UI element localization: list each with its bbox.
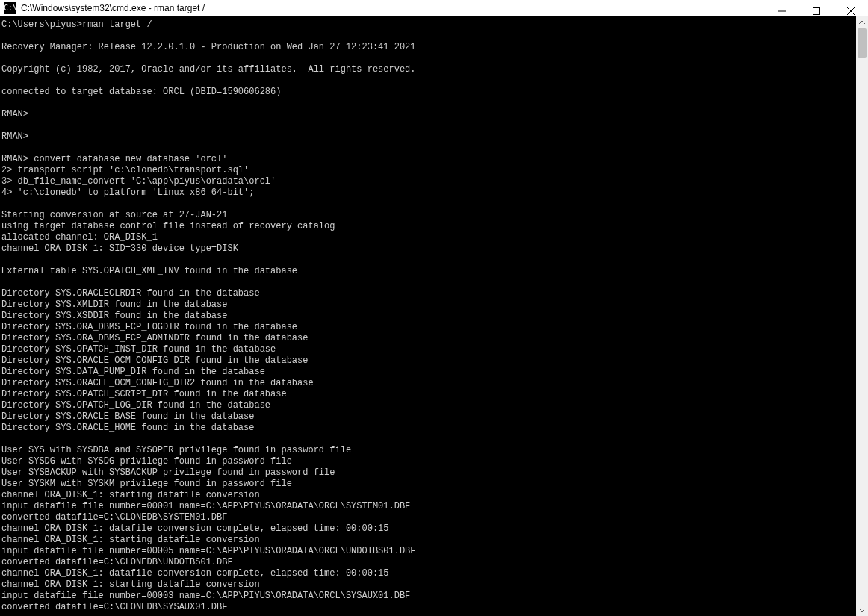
titlebar[interactable]: C:\ C:\Windows\system32\cmd.exe - rman t…: [0, 0, 868, 16]
close-icon: [847, 7, 855, 15]
maximize-icon: [813, 7, 820, 15]
cmd-icon: C:\: [4, 2, 16, 14]
chevron-down-icon: [859, 607, 865, 613]
scroll-up-button[interactable]: [856, 16, 868, 28]
svg-rect-1: [813, 8, 820, 15]
scroll-down-button[interactable]: [856, 604, 868, 616]
vertical-scrollbar[interactable]: [856, 16, 868, 616]
cmd-window: C:\ C:\Windows\system32\cmd.exe - rman t…: [0, 0, 868, 616]
minimize-icon: [778, 7, 786, 15]
terminal-area: C:\Users\piyus>rman target / Recovery Ma…: [0, 16, 868, 616]
scroll-thumb[interactable]: [858, 28, 867, 58]
window-title: C:\Windows\system32\cmd.exe - rman targe…: [21, 3, 205, 13]
chevron-up-icon: [859, 19, 865, 25]
terminal-output[interactable]: C:\Users\piyus>rman target / Recovery Ma…: [0, 16, 856, 616]
